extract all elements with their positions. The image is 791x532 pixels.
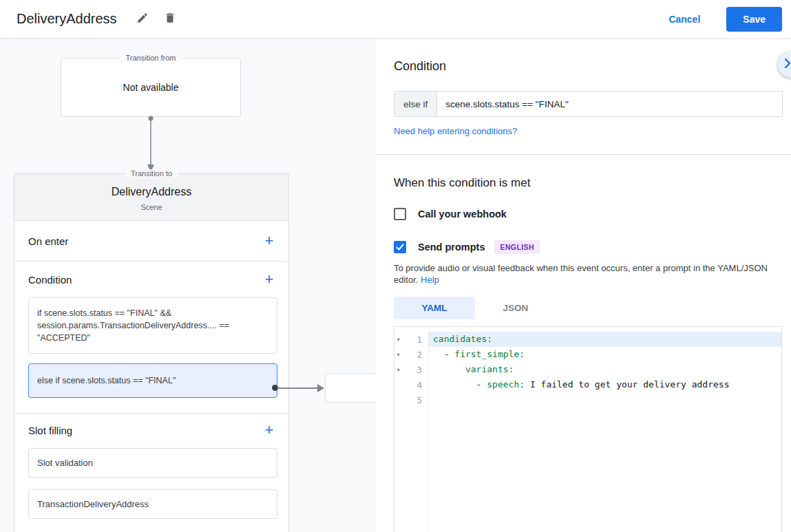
gutter-row: ▾ 3 [394, 362, 428, 377]
collapse-panel-button[interactable] [778, 52, 791, 78]
gutter-row: 4 [394, 377, 428, 392]
fold-arrow-icon[interactable]: ▾ [394, 351, 405, 358]
top-bar-left: DeliveryAddress [17, 8, 186, 31]
slot-filling-section: Slot filling + Slot validation Transacti… [14, 414, 288, 532]
fold-arrow-icon[interactable]: ▾ [394, 366, 405, 373]
prompt-description: To provide audio or visual feedback when… [394, 262, 779, 286]
prompt-help-link[interactable]: Help [421, 275, 439, 285]
connector-target-node[interactable] [325, 373, 376, 403]
send-prompts-label: Send prompts [418, 242, 485, 253]
send-prompts-checkbox[interactable] [394, 241, 406, 253]
condition-expression-input[interactable] [437, 92, 782, 116]
webhook-row: Call your webhook [394, 208, 782, 220]
code-line[interactable]: candidates: [429, 332, 781, 347]
slot-item-delivery-address[interactable]: TransactionDeliveryAddress [28, 489, 277, 519]
gutter-row: ▾ 1 [394, 332, 428, 347]
panel-divider [376, 154, 791, 155]
code-token: first_simple: [454, 349, 525, 359]
slot-filling-section-header: Slot filling + [28, 422, 277, 438]
line-number: 2 [405, 350, 428, 360]
condition-item-2-selected[interactable]: else if scene.slots.status == "FINAL" [28, 363, 277, 398]
fold-arrow-icon[interactable]: ▾ [394, 336, 405, 343]
connector-line [277, 387, 319, 389]
scene-card: Transition to DeliveryAddress Scene On e… [14, 173, 289, 532]
scene-editor-page: DeliveryAddress Cancel Save Transition f… [0, 0, 791, 532]
flow-arrow-down-icon [146, 116, 156, 176]
page-title: DeliveryAddress [17, 11, 117, 27]
code-token: speech: [487, 379, 525, 390]
transition-from-content: Not available [123, 82, 179, 93]
code-line[interactable]: - first_simple: [429, 347, 781, 362]
scene-type: Scene [14, 203, 288, 211]
when-condition-met-title: When this condition is met [394, 176, 782, 190]
code-token: - [433, 379, 487, 390]
panel-title: Condition [394, 59, 782, 74]
yaml-code-editor: ▾ 1 ▾ 2 ▾ 3 4 [394, 326, 782, 532]
code-token: variants: [465, 364, 514, 374]
add-slot-button[interactable]: + [261, 422, 277, 438]
slot-item-validation[interactable]: Slot validation [28, 448, 277, 478]
condition-item-1[interactable]: if scene.slots.status == "FINAL" && sess… [28, 297, 277, 354]
condition-section-title: Condition [28, 274, 72, 286]
top-bar: DeliveryAddress Cancel Save [0, 0, 791, 39]
code-token: candidates: [433, 334, 492, 344]
code-token [433, 364, 465, 374]
edit-scene-button[interactable] [131, 8, 154, 31]
scene-name: DeliveryAddress [14, 186, 288, 198]
editor-gutter: ▾ 1 ▾ 2 ▾ 3 4 [394, 327, 429, 532]
slot-filling-title: Slot filling [28, 425, 72, 436]
condition-section: Condition + if scene.slots.status == "FI… [14, 262, 288, 414]
delete-scene-button[interactable] [158, 8, 182, 31]
line-number: 5 [405, 395, 428, 405]
on-enter-title: On enter [28, 235, 68, 247]
tab-yaml[interactable]: YAML [394, 297, 475, 319]
line-number: 1 [405, 334, 428, 345]
call-webhook-label: Call your webhook [418, 209, 507, 220]
top-bar-right: Cancel Save [668, 7, 782, 32]
cancel-button[interactable]: Cancel [668, 14, 700, 25]
chevron-right-icon [784, 58, 791, 71]
scene-card-header: DeliveryAddress Scene [14, 174, 288, 221]
code-line[interactable]: variants: [429, 362, 781, 377]
flow-canvas: Transition from Not available Transition… [0, 39, 376, 532]
add-on-enter-button[interactable]: + [261, 233, 277, 249]
code-token: I failed to get your delivery address [525, 379, 729, 390]
call-webhook-checkbox[interactable] [394, 208, 406, 220]
condition-expression-row: else if [394, 91, 783, 117]
condition-detail-panel: Condition else if Need help entering con… [376, 39, 791, 532]
language-badge: ENGLISH [494, 240, 539, 254]
pencil-icon [136, 12, 149, 27]
checkmark-icon [396, 241, 404, 253]
condition-help-link[interactable]: Need help entering conditions? [394, 126, 517, 136]
send-prompts-row: Send prompts ENGLISH [394, 240, 782, 254]
gutter-row: 5 [394, 392, 428, 407]
condition-section-header: Condition + [28, 271, 277, 288]
main-split: Transition from Not available Transition… [0, 39, 791, 532]
code-token: - [433, 349, 454, 359]
editor-tabs: YAML JSON [394, 297, 782, 319]
line-number: 3 [405, 365, 428, 375]
prompt-description-text: To provide audio or visual feedback when… [394, 263, 768, 285]
connector-arrowhead-icon [317, 384, 324, 392]
transition-to-label: Transition to [125, 169, 178, 178]
transition-from-label: Transition from [120, 54, 182, 62]
trash-icon [164, 12, 176, 27]
transition-from-node: Transition from Not available [61, 58, 241, 117]
condition-prefix-label: else if [394, 92, 437, 116]
code-line[interactable]: - speech: I failed to get your delivery … [429, 377, 781, 392]
tab-json[interactable]: JSON [475, 297, 556, 319]
editor-code-area[interactable]: candidates: - first_simple: variants: - … [429, 327, 781, 532]
line-number: 4 [405, 380, 428, 390]
code-line[interactable] [429, 392, 781, 407]
save-button[interactable]: Save [726, 7, 782, 32]
on-enter-section: On enter + [14, 221, 288, 262]
gutter-row: ▾ 2 [394, 347, 428, 362]
add-condition-button[interactable]: + [261, 271, 277, 288]
